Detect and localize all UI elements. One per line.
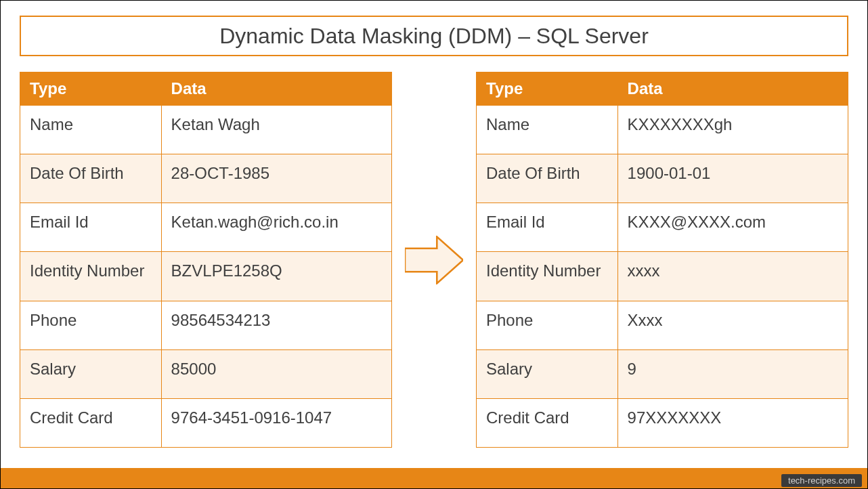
masked-data-table: Type Data Name KXXXXXXXgh Date Of Birth …: [476, 72, 848, 448]
header-type: Type: [20, 72, 162, 106]
table-row: Email Id Ketan.wagh@rich.co.in: [20, 203, 392, 252]
title-box: Dynamic Data Masking (DDM) – SQL Server: [20, 16, 848, 56]
cell-type: Salary: [20, 349, 162, 398]
cell-type: Name: [20, 106, 162, 154]
cell-type: Name: [477, 106, 618, 154]
table-row: Date Of Birth 1900-01-01: [477, 154, 848, 203]
cell-data: 97XXXXXXX: [617, 398, 848, 447]
cell-type: Date Of Birth: [20, 154, 162, 203]
cell-data: Xxxx: [617, 301, 848, 349]
cell-type: Phone: [477, 301, 618, 349]
table-row: Identity Number xxxx: [477, 252, 848, 301]
cell-data: BZVLPE1258Q: [161, 252, 391, 301]
cell-data: 9: [617, 349, 848, 398]
cell-type: Phone: [20, 301, 162, 349]
cell-type: Date Of Birth: [477, 154, 618, 203]
table-row: Email Id KXXX@XXXX.com: [477, 203, 848, 252]
cell-data: 85000: [161, 349, 391, 398]
cell-type: Email Id: [20, 203, 162, 252]
cell-type: Identity Number: [20, 252, 162, 301]
table-row: Phone 98564534213: [20, 301, 392, 349]
header-data: Data: [161, 72, 391, 106]
right-arrow-icon: [405, 236, 463, 284]
svg-marker-0: [405, 236, 463, 283]
table-header-row: Type Data: [20, 72, 392, 106]
table-row: Credit Card 9764-3451-0916-1047: [20, 398, 392, 447]
cell-data: 28-OCT-1985: [161, 154, 391, 203]
cell-type: Credit Card: [477, 398, 618, 447]
slide-frame: Dynamic Data Masking (DDM) – SQL Server …: [0, 0, 868, 489]
table-row: Salary 9: [477, 349, 848, 398]
cell-data: KXXX@XXXX.com: [617, 203, 848, 252]
header-type: Type: [477, 72, 618, 106]
arrow-wrap: [393, 72, 475, 448]
cell-type: Salary: [477, 349, 618, 398]
original-data-table: Type Data Name Ketan Wagh Date Of Birth …: [20, 72, 392, 448]
table-header-row: Type Data: [477, 72, 848, 106]
cell-data: Ketan.wagh@rich.co.in: [161, 203, 391, 252]
table-row: Identity Number BZVLPE1258Q: [20, 252, 392, 301]
cell-type: Credit Card: [20, 398, 162, 447]
footer-bar: [1, 468, 867, 488]
table-row: Credit Card 97XXXXXXX: [477, 398, 848, 447]
cell-data: Ketan Wagh: [161, 106, 391, 154]
cell-data: 1900-01-01: [617, 154, 848, 203]
table-row: Phone Xxxx: [477, 301, 848, 349]
header-data: Data: [617, 72, 848, 106]
table-row: Date Of Birth 28-OCT-1985: [20, 154, 392, 203]
tables-wrap: Type Data Name Ketan Wagh Date Of Birth …: [20, 72, 848, 448]
table-row: Name Ketan Wagh: [20, 106, 392, 154]
cell-data: xxxx: [617, 252, 848, 301]
cell-data: 9764-3451-0916-1047: [161, 398, 391, 447]
footer-source: tech-recipes.com: [781, 474, 862, 487]
page-title: Dynamic Data Masking (DDM) – SQL Server: [219, 24, 649, 49]
cell-type: Email Id: [477, 203, 618, 252]
table-row: Salary 85000: [20, 349, 392, 398]
cell-type: Identity Number: [477, 252, 618, 301]
cell-data: 98564534213: [161, 301, 391, 349]
table-row: Name KXXXXXXXgh: [477, 106, 848, 154]
cell-data: KXXXXXXXgh: [617, 106, 848, 154]
